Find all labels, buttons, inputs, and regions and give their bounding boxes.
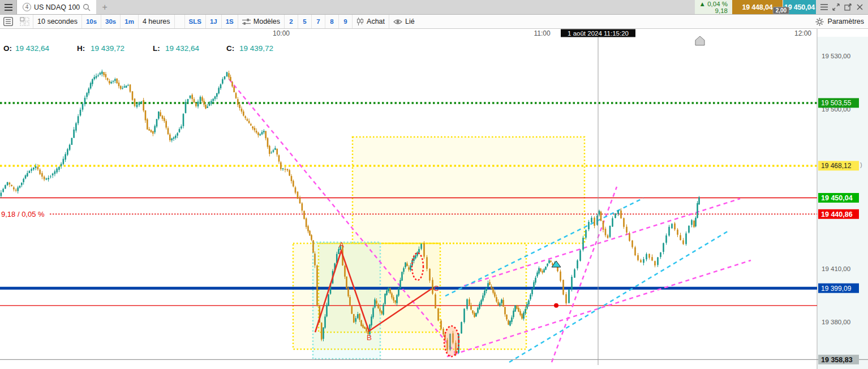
change-points: 9,18 (699, 7, 728, 14)
svg-text:19 468,12: 19 468,12 (821, 162, 852, 170)
models-label: Modèles (253, 18, 280, 25)
timeframe-30s[interactable]: 30s (101, 15, 120, 28)
svg-text:19 410,00: 19 410,00 (822, 265, 850, 272)
topbar-spacer (113, 0, 694, 14)
svg-text:B: B (367, 333, 372, 342)
achat-button[interactable]: Achat (352, 15, 389, 28)
price-change-box: ▲ 0,04 % 9,18 (695, 0, 732, 14)
grid-layout-icon (20, 17, 29, 26)
svg-text:9,18 / 0,05 %: 9,18 / 0,05 % (1, 210, 45, 218)
hamburger-icon (4, 3, 13, 11)
svg-text:19 450,04: 19 450,04 (821, 194, 853, 202)
layout-button[interactable] (16, 15, 33, 28)
instrument-tab[interactable]: 4 US NDAQ 100 (17, 0, 96, 14)
svg-text:19 530,00: 19 530,00 (822, 53, 850, 59)
svg-text:A: A (339, 241, 344, 249)
list-icon (3, 17, 13, 26)
new-tab-button[interactable]: + (96, 0, 113, 14)
svg-text:12:00: 12:00 (794, 29, 811, 37)
gear-icon (815, 18, 824, 26)
svg-text:1 août 2024 11:15:20: 1 août 2024 11:15:20 (568, 30, 629, 37)
timeframe-1j[interactable]: 1J (205, 15, 221, 28)
order-buttons: 19 448,04 19 450,04 2,00 (732, 0, 816, 14)
window-controls (816, 0, 868, 14)
timeframe-1s[interactable]: 1S (221, 15, 238, 28)
svg-text:L:: L: (153, 44, 160, 53)
svg-text:19 358,83: 19 358,83 (821, 356, 853, 364)
search-icon[interactable] (83, 3, 91, 11)
svg-text:19 439,72: 19 439,72 (239, 44, 273, 53)
svg-text:O:: O: (3, 44, 12, 53)
tab-title: US NDAQ 100 (34, 3, 80, 11)
watchlist-button[interactable] (0, 15, 16, 28)
eye-icon (393, 19, 402, 25)
models-slot-9[interactable]: 9 (338, 15, 352, 28)
chart-area[interactable]: 9,18 / 0,05 %ABC1 août 2024 11:15:2010:0… (0, 29, 868, 369)
legend-lines-icon[interactable] (819, 2, 829, 12)
svg-text:C: C (433, 284, 439, 293)
svg-text:19 503,55: 19 503,55 (821, 99, 852, 107)
lie-button[interactable]: Lié (389, 15, 419, 28)
svg-text:19 440,86: 19 440,86 (821, 211, 853, 218)
svg-text:): ) (860, 161, 862, 168)
candlestick-icon (356, 18, 364, 25)
close-icon[interactable] (855, 2, 865, 12)
achat-label: Achat (367, 18, 385, 25)
fullscreen-icon[interactable] (831, 2, 841, 12)
svg-text:10:00: 10:00 (273, 29, 290, 37)
svg-text:19 399,09: 19 399,09 (821, 285, 852, 293)
timeframe-1m[interactable]: 1m (120, 15, 138, 28)
main-menu-button[interactable] (0, 0, 17, 14)
toolbar-gap (174, 15, 184, 28)
parametres-label: Paramètres (827, 18, 864, 25)
svg-text:19 439,72: 19 439,72 (91, 44, 124, 53)
chart-toolbar: 10 secondes 10s 30s 1m 4 heures SLS 1J 1… (0, 15, 868, 29)
svg-text:C:: C: (226, 44, 234, 53)
sliders-icon (242, 18, 251, 25)
change-percent: ▲ 0,04 % (699, 1, 728, 7)
parametres-button[interactable]: Paramètres (811, 18, 868, 26)
models-slot-2[interactable]: 2 (284, 15, 298, 28)
models-slot-7[interactable]: 7 (311, 15, 325, 28)
svg-text:H:: H: (77, 44, 85, 53)
timeframe-current[interactable]: 10 secondes (33, 15, 81, 28)
svg-text:11:00: 11:00 (534, 29, 550, 37)
spread-badge: 2,00 (773, 7, 789, 14)
models-button[interactable]: Modèles (238, 15, 284, 28)
models-slot-8[interactable]: 8 (325, 15, 338, 28)
timeframe-10s[interactable]: 10s (81, 15, 101, 28)
top-bar: 4 US NDAQ 100 + ▲ 0,04 % 9,18 19 448,04 … (0, 0, 868, 15)
lie-label: Lié (405, 18, 415, 25)
models-slot-5[interactable]: 5 (298, 15, 311, 28)
candlestick-chart[interactable]: 9,18 / 0,05 %ABC1 août 2024 11:15:2010:0… (0, 29, 868, 369)
svg-text:19 380,00: 19 380,00 (822, 319, 850, 325)
svg-text:19 432,64: 19 432,64 (165, 44, 200, 53)
timeframe-4h[interactable]: 4 heures (138, 15, 174, 28)
popout-icon[interactable] (843, 2, 853, 12)
svg-text:19 432,64: 19 432,64 (15, 44, 50, 53)
tab-badge: 4 (23, 3, 31, 11)
timeframe-sls[interactable]: SLS (184, 15, 205, 28)
